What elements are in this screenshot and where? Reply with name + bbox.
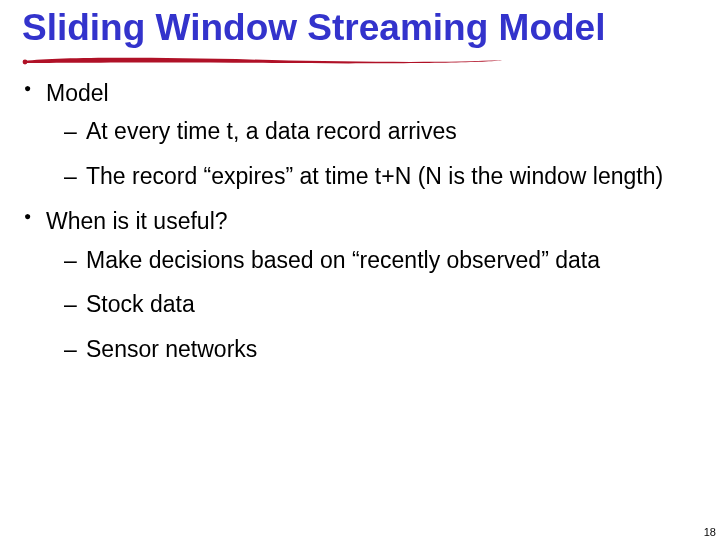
title-underline [22, 55, 698, 65]
bullet-useful: When is it useful? Make decisions based … [22, 207, 698, 364]
slide: Sliding Window Streaming Model Model At … [0, 0, 720, 540]
svg-point-0 [23, 59, 28, 64]
bullet-label: When is it useful? [46, 208, 228, 234]
slide-title: Sliding Window Streaming Model [22, 8, 698, 49]
slide-body: Model At every time t, a data record arr… [22, 79, 698, 364]
bullet-label: Model [46, 80, 109, 106]
subbullet: Sensor networks [46, 335, 698, 364]
page-number: 18 [704, 526, 716, 538]
brushstroke-icon [22, 55, 522, 65]
subbullet: At every time t, a data record arrives [46, 117, 698, 146]
subbullet: Stock data [46, 290, 698, 319]
subbullet: Make decisions based on “recently observ… [46, 246, 698, 275]
subbullet: The record “expires” at time t+N (N is t… [46, 162, 698, 191]
bullet-model: Model At every time t, a data record arr… [22, 79, 698, 191]
